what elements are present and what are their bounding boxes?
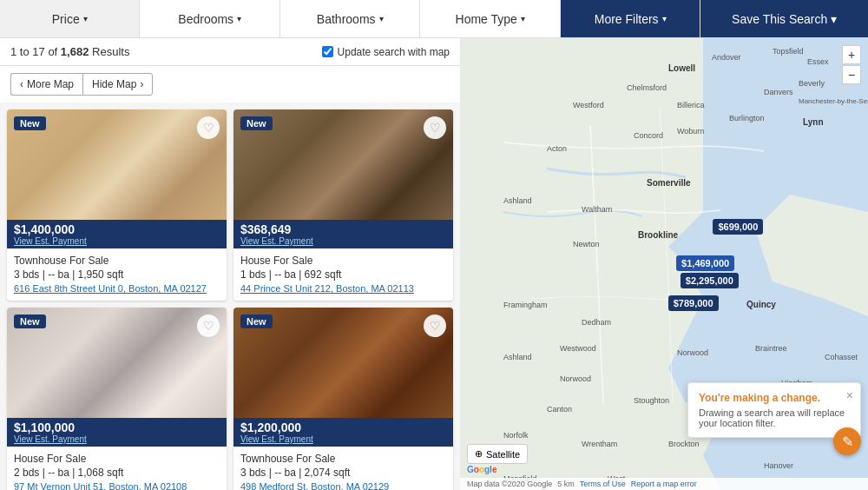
update-search-label: Update search with map	[338, 46, 450, 58]
save-search-btn[interactable]: Save This Search ▾	[700, 0, 868, 37]
svg-text:Dedham: Dedham	[582, 318, 611, 327]
svg-text:Braintree: Braintree	[755, 344, 787, 353]
est-payment-link[interactable]: View Est. Payment	[14, 236, 220, 246]
listing-type: Townhouse For Sale	[240, 453, 446, 465]
price-bar: $1,400,000 View Est. Payment	[7, 220, 227, 248]
svg-text:Brookline: Brookline	[638, 230, 679, 240]
new-badge: New	[240, 116, 273, 130]
svg-text:Burlington: Burlington	[729, 114, 765, 122]
price-pin[interactable]: $699,000	[713, 219, 763, 235]
toast-body: Drawing a search area will replace your …	[699, 407, 850, 428]
more-filters-chevron-icon: ▾	[662, 14, 667, 23]
results-count: 1 to 17 of 1,682 Results	[10, 45, 129, 58]
save-search-label: Save This Search	[732, 12, 827, 26]
listing-address[interactable]: 97 Mt Vernon Unit 51, Boston, MA 02108	[14, 481, 220, 490]
price-filter-btn[interactable]: Price ▾	[0, 0, 140, 37]
listing-address[interactable]: 44 Prince St Unit 212, Boston, MA 02113	[240, 283, 446, 294]
svg-text:Hanover: Hanover	[764, 461, 793, 470]
svg-text:Concord: Concord	[634, 131, 663, 140]
toast-title: You're making a change.	[699, 392, 850, 404]
bathrooms-chevron-icon: ▾	[379, 14, 384, 23]
map-toast: You're making a change. Drawing a search…	[687, 382, 861, 438]
svg-text:Ashland: Ashland	[503, 196, 532, 205]
hometype-label: Home Type	[456, 12, 517, 26]
listing-address[interactable]: 498 Medford St, Boston, MA 02129	[240, 481, 446, 490]
listing-card: New ♡ $368,649 View Est. Payment House F…	[233, 109, 453, 301]
heart-icon: ♡	[203, 121, 214, 135]
results-bar: 1 to 17 of 1,682 Results Update search w…	[0, 38, 460, 66]
listing-info: House For Sale 2 bds | -- ba | 1,068 sqf…	[7, 447, 227, 490]
terms-of-use-link[interactable]: Terms of Use	[580, 480, 626, 488]
price-label: Price	[52, 12, 80, 26]
listing-photo: New ♡ $1,200,000 View Est. Payment	[233, 308, 453, 447]
svg-text:Somerville: Somerville	[647, 178, 691, 188]
new-badge: New	[14, 116, 46, 130]
satellite-icon: ⊕	[475, 448, 483, 460]
map-distance: 5 km	[557, 480, 575, 488]
est-payment-link[interactable]: View Est. Payment	[240, 434, 446, 444]
listing-price: $1,100,000	[14, 420, 220, 434]
listing-card: New ♡ $1,200,000 View Est. Payment Townh…	[233, 308, 453, 490]
more-map-btn[interactable]: ‹ More Map	[10, 73, 82, 96]
new-badge: New	[14, 315, 46, 328]
price-bar: $1,100,000 View Est. Payment	[7, 418, 227, 447]
toast-close-btn[interactable]: ×	[846, 388, 853, 402]
svg-text:Framingham: Framingham	[503, 301, 548, 309]
favorite-btn[interactable]: ♡	[424, 315, 446, 337]
more-filters-btn[interactable]: More Filters ▾	[561, 0, 700, 37]
update-search-checkbox[interactable]	[322, 46, 333, 57]
hometype-filter-btn[interactable]: Home Type ▾	[420, 0, 560, 37]
report-error-link[interactable]: Report a map error	[631, 480, 697, 488]
listing-type: Townhouse For Sale	[14, 255, 220, 267]
bedrooms-label: Bedrooms	[178, 12, 233, 26]
favorite-btn[interactable]: ♡	[197, 116, 220, 139]
svg-text:Topsfield: Topsfield	[773, 47, 804, 56]
est-payment-link[interactable]: View Est. Payment	[14, 434, 220, 444]
price-bar: $1,200,000 View Est. Payment	[233, 418, 453, 447]
price-pin[interactable]: $789,000	[668, 295, 719, 311]
update-search-check[interactable]: Update search with map	[322, 46, 450, 58]
listing-info: Townhouse For Sale 3 bds | -- ba | 1,950…	[7, 248, 227, 301]
satellite-btn[interactable]: ⊕ Satellite	[467, 444, 528, 464]
listing-info: House For Sale 1 bds | -- ba | 692 sqft …	[233, 248, 453, 301]
listing-address[interactable]: 616 East 8th Street Unit 0, Boston, MA 0…	[14, 283, 220, 294]
est-payment-link[interactable]: View Est. Payment	[240, 236, 446, 246]
svg-text:Andover: Andover	[712, 53, 741, 62]
bathrooms-filter-btn[interactable]: Bathrooms ▾	[280, 0, 420, 37]
zoom-out-btn[interactable]: −	[842, 65, 861, 84]
price-pin[interactable]: $2,295,000	[681, 273, 739, 288]
favorite-btn[interactable]: ♡	[197, 315, 220, 337]
svg-text:Chelmsford: Chelmsford	[627, 83, 667, 92]
bedrooms-filter-btn[interactable]: Bedrooms ▾	[140, 0, 279, 37]
svg-text:Lowell: Lowell	[668, 63, 695, 73]
hide-map-label: Hide Map	[92, 78, 136, 90]
map-right-icon: ›	[140, 78, 143, 90]
svg-text:Canton: Canton	[547, 405, 572, 414]
listing-card: New ♡ $1,400,000 View Est. Payment Townh…	[7, 109, 227, 301]
listing-price: $368,649	[240, 222, 446, 236]
svg-text:Billerica: Billerica	[677, 101, 705, 109]
listing-beds: 2 bds | -- ba | 1,068 sqft	[14, 467, 220, 479]
svg-text:Norwood: Norwood	[560, 374, 591, 383]
map-fab-btn[interactable]: ✎	[833, 427, 861, 455]
listing-beds: 3 bds | -- ba | 1,950 sqft	[14, 268, 220, 281]
map-panel[interactable]: Andover Topsfield Essex Lowell Chelmsfor…	[460, 38, 868, 490]
hide-map-btn[interactable]: Hide Map ›	[82, 73, 153, 96]
svg-text:Norfolk: Norfolk	[503, 431, 529, 440]
map-data-label: Map data ©2020 Google	[467, 480, 552, 488]
svg-text:Essex: Essex	[807, 57, 829, 66]
map-zoom-controls: + −	[842, 45, 861, 84]
zoom-in-btn[interactable]: +	[842, 45, 861, 64]
more-filters-label: More Filters	[595, 12, 659, 26]
listing-price: $1,200,000	[240, 420, 446, 434]
svg-text:Ashland: Ashland	[503, 353, 532, 361]
bathrooms-label: Bathrooms	[317, 12, 376, 26]
favorite-btn[interactable]: ♡	[424, 116, 446, 139]
svg-text:Westford: Westford	[573, 101, 604, 109]
svg-text:Newton: Newton	[573, 240, 600, 248]
svg-text:Norwood: Norwood	[677, 348, 708, 357]
price-pin[interactable]: $1,469,000	[676, 255, 734, 271]
svg-text:Beverly: Beverly	[799, 79, 825, 88]
map-controls-row: ‹ More Map Hide Map ›	[0, 66, 460, 103]
svg-text:Manchester-by-the-Sea: Manchester-by-the-Sea	[799, 97, 868, 105]
